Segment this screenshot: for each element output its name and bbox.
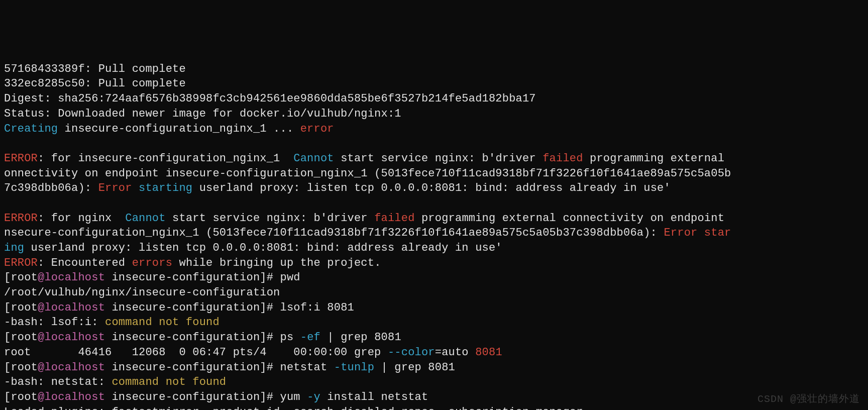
command-ps[interactable]: ps xyxy=(280,331,300,344)
failed-word: failed xyxy=(374,212,414,225)
command-flag: -y xyxy=(307,391,320,403)
command-yum[interactable]: install netstat xyxy=(320,391,428,403)
cannot-word: Cannot xyxy=(293,152,334,165)
ps-output: root 46416 12068 0 06:47 pts/4 00:00:00 … xyxy=(4,346,388,359)
text: userland proxy: listen tcp 0.0.0.0:8081:… xyxy=(192,182,671,194)
starting-word: starting xyxy=(132,182,193,194)
text: programming external connectivity on end… xyxy=(415,212,731,225)
text: -bash: netstat: xyxy=(4,376,112,388)
failed-word: failed xyxy=(542,152,583,165)
prompt-user: [root xyxy=(4,391,38,403)
not-found: command not found xyxy=(112,376,226,388)
prompt-dir: insecure-configuration]# xyxy=(105,301,280,314)
text: ing xyxy=(4,242,24,254)
ps-output: =auto xyxy=(435,346,475,359)
ps-port: 8081 xyxy=(475,346,502,359)
yum-output: Loaded plugins: fastestmirror, product-i… xyxy=(4,406,583,410)
terminal-output: 57168433389f: Pull complete 332ec8285c50… xyxy=(4,62,864,410)
command-lsof[interactable]: lsof:i 8081 xyxy=(280,301,354,314)
text-line: 57168433389f: Pull complete xyxy=(4,63,186,75)
text: -bash: lsof:i: xyxy=(4,316,105,329)
text-line: Digest: sha256:724aaf6576b38998fc3cb9425… xyxy=(4,92,536,105)
command-flag: -ef xyxy=(300,331,320,344)
prompt-dir: insecure-configuration]# xyxy=(105,271,280,284)
prompt-dir: insecure-configuration]# xyxy=(105,331,280,344)
prompt-at: @ xyxy=(38,271,44,284)
pwd-output: /root/vulhub/nginx/insecure-configuratio… xyxy=(4,286,280,299)
prompt-user: [root xyxy=(4,271,38,284)
text-line: Status: Downloaded newer image for docke… xyxy=(4,108,401,120)
text-line: onnectivity on endpoint insecure-configu… xyxy=(4,167,731,180)
prompt-host: localhost xyxy=(44,391,105,403)
prompt-dir: insecure-configuration]# xyxy=(105,361,280,374)
text: start service nginx: b'driver xyxy=(334,152,542,165)
error-word: error xyxy=(300,123,334,135)
prompt-user: [root xyxy=(4,301,38,314)
container-name: insecure-configuration_nginx_1 ... xyxy=(58,123,300,135)
text: userland proxy: listen tcp 0.0.0.0:8081:… xyxy=(24,242,502,254)
error-label: ERROR xyxy=(4,152,38,165)
prompt-at: @ xyxy=(38,361,44,374)
command-yum[interactable]: yum xyxy=(280,391,307,403)
prompt-at: @ xyxy=(38,301,44,314)
prompt-host: localhost xyxy=(44,301,105,314)
text: nsecure-configuration_nginx_1 (5013fece7… xyxy=(4,227,664,239)
command-flag: -tunlp xyxy=(334,361,374,374)
prompt-at: @ xyxy=(38,331,44,344)
error-label: ERROR xyxy=(4,257,38,269)
prompt-host: localhost xyxy=(44,361,105,374)
error-label: ERROR xyxy=(4,212,38,225)
not-found: command not found xyxy=(105,316,220,329)
prompt-user: [root xyxy=(4,331,38,344)
command-netstat[interactable]: | grep 8081 xyxy=(374,361,455,374)
text: : for insecure-configuration_nginx_1 xyxy=(38,152,293,165)
text-line: 332ec8285c50: Pull complete xyxy=(4,77,186,90)
text: start service nginx: b'driver xyxy=(166,212,374,225)
text: star xyxy=(697,227,731,239)
errors-word: errors xyxy=(132,257,172,269)
cannot-word: Cannot xyxy=(125,212,165,225)
prompt-user: [root xyxy=(4,361,38,374)
error-word: Error xyxy=(98,182,132,194)
text: : for nginx xyxy=(38,212,125,225)
command-ps[interactable]: | grep 8081 xyxy=(320,331,401,344)
text: : Encountered xyxy=(38,257,132,269)
text: while bringing up the project. xyxy=(172,257,381,269)
watermark: CSDN @强壮的墙外道 xyxy=(757,392,860,406)
prompt-dir: insecure-configuration]# xyxy=(105,391,280,403)
prompt-host: localhost xyxy=(44,271,105,284)
command-pwd[interactable]: pwd xyxy=(280,271,300,284)
prompt-at: @ xyxy=(38,391,44,403)
error-word: Error xyxy=(664,227,697,239)
text: 7c398dbb06a): xyxy=(4,182,98,194)
ps-flag: --color xyxy=(388,346,435,359)
creating-label: Creating xyxy=(4,123,58,135)
command-netstat[interactable]: netstat xyxy=(280,361,334,374)
text: programming external xyxy=(583,152,731,165)
prompt-host: localhost xyxy=(44,331,105,344)
